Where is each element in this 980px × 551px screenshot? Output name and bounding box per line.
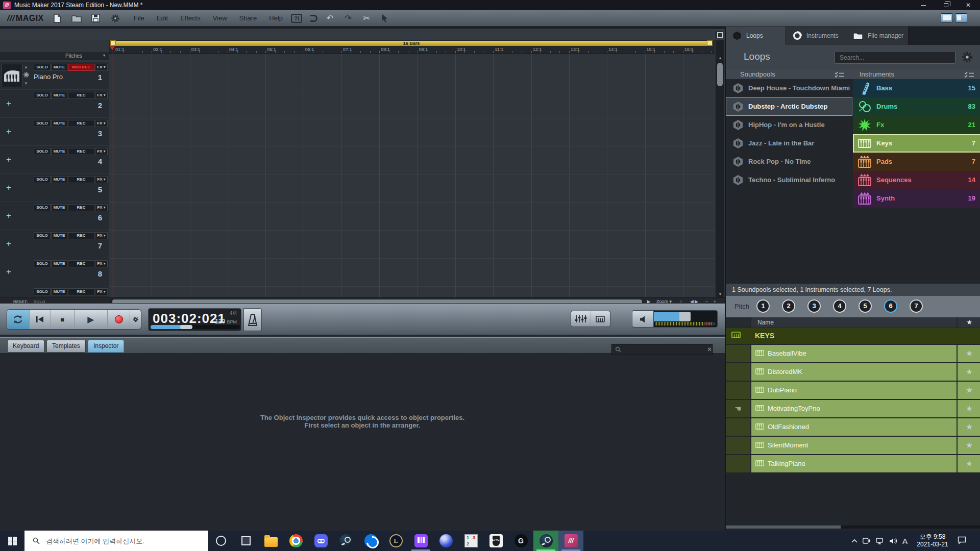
scissors-icon[interactable]: ✂ bbox=[360, 13, 373, 24]
track-header-3[interactable]: +SOLOMUTERECFX ▾3 bbox=[0, 118, 109, 145]
loop-end-handle[interactable] bbox=[707, 40, 713, 45]
mute-button[interactable]: MUTE bbox=[51, 120, 67, 127]
tab-keyboard[interactable]: Keyboard bbox=[7, 340, 44, 353]
play-button[interactable]: ▶ bbox=[75, 310, 108, 329]
mute-button[interactable]: MUTE bbox=[51, 204, 67, 211]
loop-name-cell[interactable]: MotivatingToyPno bbox=[751, 400, 957, 417]
instrument-category-fx[interactable]: Fx21 bbox=[853, 116, 980, 134]
pitch-7[interactable]: 7 bbox=[910, 299, 923, 313]
mute-button[interactable]: MUTE bbox=[51, 260, 67, 267]
menu-share[interactable]: Share bbox=[239, 14, 257, 22]
volume-icon[interactable] bbox=[889, 538, 897, 544]
track-down-icon[interactable]: ▼ bbox=[24, 81, 28, 86]
favorite-star-icon[interactable]: ★ bbox=[958, 400, 980, 417]
steam-icon[interactable] bbox=[333, 531, 358, 551]
fx-button[interactable]: FX ▾ bbox=[95, 232, 108, 239]
start-button[interactable] bbox=[0, 531, 24, 551]
redo-icon[interactable]: ↷ bbox=[342, 13, 354, 24]
mute-button[interactable]: MUTE bbox=[51, 232, 67, 239]
fx-button[interactable]: FX ▾ bbox=[95, 176, 108, 183]
minesweeper-grid-icon[interactable]: 132 bbox=[458, 531, 483, 551]
taskbar-search-input[interactable] bbox=[46, 537, 208, 545]
metronome-button[interactable] bbox=[243, 308, 262, 331]
menu-help[interactable]: Help bbox=[269, 14, 283, 22]
cortana-icon[interactable] bbox=[208, 531, 233, 551]
save-icon[interactable] bbox=[90, 13, 102, 24]
mixer-icon[interactable] bbox=[571, 311, 591, 327]
track-header-6[interactable]: +SOLOMUTERECFX ▾6 bbox=[0, 202, 109, 230]
settings-gear-icon[interactable] bbox=[109, 13, 121, 24]
open-file-icon[interactable] bbox=[70, 13, 83, 24]
league-of-legends-icon[interactable]: L bbox=[383, 531, 408, 551]
action-center-icon[interactable] bbox=[958, 536, 966, 544]
loop-item[interactable]: DubPiano★ bbox=[726, 382, 980, 399]
track-header-8[interactable]: +SOLOMUTERECFX ▾8 bbox=[0, 258, 109, 286]
chrome-icon[interactable] bbox=[283, 531, 308, 551]
menu-edit[interactable]: Edit bbox=[157, 14, 168, 22]
rec-button[interactable]: REC bbox=[68, 260, 94, 267]
rewind-button[interactable] bbox=[30, 310, 51, 329]
loop-item[interactable]: ☚MotivatingToyPno★ bbox=[726, 400, 980, 417]
add-object-icon[interactable]: + bbox=[6, 267, 11, 277]
maximize-panel-icon[interactable] bbox=[715, 30, 723, 38]
loop-start-handle[interactable] bbox=[110, 40, 116, 45]
fx-button[interactable]: FX ▾ bbox=[95, 120, 108, 127]
rec-button[interactable]: REC bbox=[68, 148, 94, 155]
favorite-star-icon[interactable]: ★ bbox=[958, 382, 980, 399]
pitch-2[interactable]: 2 bbox=[782, 299, 795, 313]
add-object-icon[interactable]: + bbox=[6, 155, 11, 165]
minesweeper-icon[interactable] bbox=[433, 531, 458, 551]
instrument-category-synth[interactable]: Synth19 bbox=[853, 189, 980, 208]
vertical-scroll-thumb[interactable] bbox=[717, 63, 723, 86]
network-icon[interactable] bbox=[876, 538, 884, 544]
solo-button[interactable]: SOLO bbox=[34, 64, 51, 71]
fx-button[interactable]: FX ▾ bbox=[95, 288, 108, 295]
track-header-5[interactable]: +SOLOMUTERECFX ▾5 bbox=[0, 174, 109, 202]
fx-button[interactable]: FX ▾ bbox=[95, 148, 108, 155]
loop-item[interactable]: SilentMoment★ bbox=[726, 437, 980, 454]
speaker-icon[interactable] bbox=[632, 311, 654, 328]
loop-item[interactable]: OldFashioned★ bbox=[726, 418, 980, 436]
solo-button[interactable]: SOLO bbox=[34, 92, 51, 99]
rec-button[interactable]: REC bbox=[68, 204, 94, 211]
rec-button[interactable]: REC bbox=[68, 92, 94, 99]
loop-item[interactable]: BaseballVibe★ bbox=[726, 345, 980, 362]
track-header-4[interactable]: +SOLOMUTERECFX ▾4 bbox=[0, 146, 109, 173]
arranger-grid[interactable] bbox=[109, 54, 715, 298]
close-button[interactable]: ✕ bbox=[958, 0, 979, 10]
mute-button[interactable]: MUTE bbox=[51, 288, 67, 295]
discord-icon[interactable] bbox=[308, 531, 333, 551]
menu-effects[interactable]: Effects bbox=[180, 14, 201, 22]
piano-icon[interactable] bbox=[1, 64, 22, 87]
loops-scroll-thumb[interactable] bbox=[726, 525, 841, 529]
soundpool-item[interactable]: HipHop - I'm on a Hustle bbox=[726, 116, 852, 134]
favorite-star-icon[interactable]: ★ bbox=[958, 418, 980, 436]
loop-name-cell[interactable]: DubPiano bbox=[751, 382, 957, 399]
loops-horizontal-scrollbar[interactable] bbox=[726, 525, 980, 529]
soundpool-item[interactable]: Deep House - Touchdown Miami bbox=[726, 79, 852, 97]
tab-instruments[interactable]: Instruments bbox=[786, 27, 846, 45]
logitech-g-icon[interactable]: G bbox=[508, 531, 533, 551]
name-column-header[interactable]: Name bbox=[751, 317, 957, 328]
tray-chevron-up-icon[interactable] bbox=[851, 539, 857, 543]
meet-now-icon[interactable] bbox=[863, 538, 871, 544]
rec-button[interactable]: REC bbox=[68, 288, 94, 295]
menu-file[interactable]: File bbox=[134, 14, 144, 22]
restore-button[interactable] bbox=[935, 0, 957, 10]
rec-button[interactable]: REC bbox=[68, 176, 94, 183]
keyboard-panel-icon[interactable] bbox=[591, 311, 610, 327]
pitch-3[interactable]: 3 bbox=[807, 299, 821, 313]
stop-button[interactable]: ■ bbox=[51, 310, 75, 329]
rec-button[interactable]: REC bbox=[68, 232, 94, 239]
favorite-star-icon[interactable]: ★ bbox=[958, 345, 980, 362]
solo-button[interactable]: SOLO bbox=[34, 120, 51, 127]
fx-button[interactable]: FX ▾ bbox=[95, 204, 108, 211]
ime-indicator[interactable]: A bbox=[902, 537, 908, 545]
tab-loops[interactable]: Loops bbox=[726, 27, 786, 45]
mute-button[interactable]: MUTE bbox=[51, 148, 67, 155]
loop-range-bar[interactable]: 16 Bars bbox=[109, 40, 715, 46]
instrument-category-bass[interactable]: Bass15 bbox=[853, 79, 980, 97]
layout-split-icon[interactable] bbox=[955, 13, 967, 22]
record-settings-icon[interactable] bbox=[130, 310, 141, 329]
soundpool-item[interactable]: Techno - Subliminal Inferno bbox=[726, 171, 852, 189]
